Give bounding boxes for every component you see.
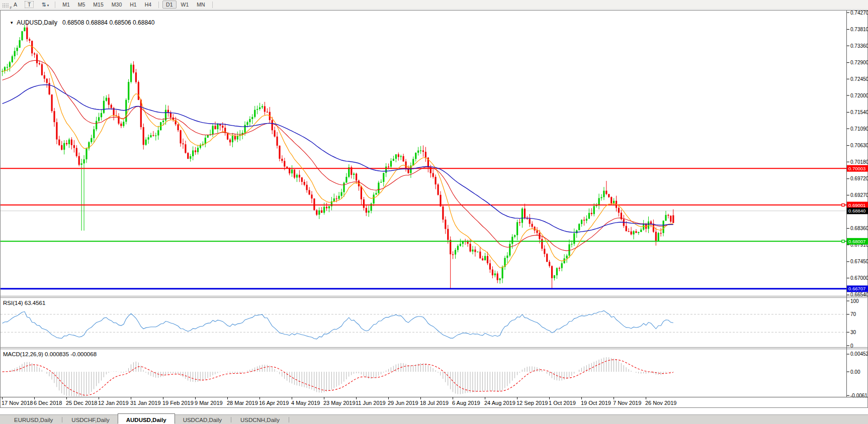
date-label: 29 Jun 2019 (388, 400, 418, 406)
tab-divider (289, 417, 289, 422)
price-tick-label: 0.70180 (850, 159, 868, 165)
chart-symbol: AUDUSD,Daily (17, 19, 57, 26)
macd-tick-label: -0.006122 (850, 393, 868, 398)
toolbar-separator (158, 2, 159, 8)
chart-ohlc: 0.68508 0.68884 0.68506 0.68840 (62, 19, 155, 26)
chart-canvas[interactable]: 0.742700.738100.733600.729000.724500.720… (0, 10, 868, 408)
tab-eurusd[interactable]: EURUSD,Daily (6, 415, 61, 424)
date-label: 11 Jun 2019 (356, 400, 386, 406)
date-label: 24 Aug 2019 (484, 400, 515, 406)
price-tick-label: 0.72900 (850, 60, 868, 65)
date-label: 19 Feb 2019 (162, 400, 194, 406)
rsi-tick-label: 30 (850, 330, 856, 335)
timeframe-buttons: M1M5M15M30H1H4D1W1MN (58, 1, 209, 9)
date-label: 26 Nov 2019 (645, 400, 676, 406)
price-badge-label: 0.66707 (848, 286, 865, 291)
macd-tick-label: 0.004528 (850, 351, 868, 357)
timeframe-button-w1[interactable]: W1 (178, 1, 193, 9)
macd-tick-label: 0.00 (850, 369, 860, 375)
date-label: 12 Jan 2019 (98, 400, 129, 406)
price-tick-label: 0.72450 (850, 76, 868, 82)
timeframe-button-m15[interactable]: M15 (90, 1, 107, 9)
date-label: 31 Jan 2019 (130, 400, 161, 406)
date-label: 28 Mar 2019 (227, 400, 258, 406)
timeframe-button-h1[interactable]: H1 (126, 1, 140, 9)
price-tick-label: 0.74270 (850, 10, 868, 15)
date-label: 4 May 2019 (291, 400, 320, 406)
timeframe-button-m1[interactable]: M1 (59, 1, 73, 9)
price-tick-label: 0.66540 (850, 292, 868, 297)
chart-background (0, 10, 868, 408)
line-endpoint-handle[interactable] (842, 240, 844, 243)
price-tick-label: 0.68360 (850, 226, 868, 231)
date-label: 1 Oct 2019 (549, 400, 576, 406)
timeframe-button-mn[interactable]: MN (193, 1, 208, 9)
price-badge-label: 0.69001 (848, 202, 865, 208)
price-badge-label: 0.68007 (848, 239, 865, 244)
date-label: 25 Dec 2018 (66, 400, 97, 406)
rsi-tick-label: 70 (850, 311, 856, 317)
price-tick-label: 0.67000 (850, 275, 868, 281)
tab-divider (231, 417, 231, 422)
text-tool-button[interactable]: T (25, 1, 34, 8)
timeframe-button-m30[interactable]: M30 (108, 1, 125, 9)
timeframe-button-h4[interactable]: H4 (141, 1, 155, 9)
date-label: 9 Mar 2019 (195, 400, 223, 406)
chart-title: ▼AUDUSD,Daily0.68508 0.68884 0.68506 0.6… (3, 12, 154, 33)
timeframe-button-d1[interactable]: D1 (162, 1, 176, 9)
rsi-tick-label: 100 (850, 298, 859, 304)
tab-usdchf[interactable]: USDCHF,Daily (63, 415, 117, 424)
date-label: 7 Nov 2019 (613, 400, 641, 406)
tab-usdcad[interactable]: USDCAD,Daily (175, 415, 230, 424)
line-endpoint-handle[interactable] (842, 204, 844, 206)
tab-audusd[interactable]: AUDUSD,Daily (118, 413, 175, 424)
top-toolbar: F A T ⇅▾ M1M5M15M30H1H4D1W1MN (0, 0, 868, 10)
price-tick-label: 0.73360 (850, 43, 868, 49)
price-tick-label: 0.71540 (850, 110, 868, 115)
date-label: 6 Aug 2019 (452, 400, 480, 406)
toolbar-separator (212, 2, 213, 8)
trading-terminal: F A T ⇅▾ M1M5M15M30H1H4D1W1MN ▼AUDUSD,Da… (0, 0, 868, 424)
symbol-tab-bar: EURUSD,DailyUSDCHF,DailyAUDUSD,DailyUSDC… (0, 414, 868, 424)
price-tick-label: 0.70630 (850, 143, 868, 148)
price-badge-label: 0.68840 (848, 208, 865, 214)
tab-usdcnh[interactable]: USDCNH,Daily (232, 415, 288, 424)
date-label: 17 Nov 2018 (2, 400, 33, 406)
date-label: 23 May 2019 (323, 400, 356, 406)
chevron-down-icon: ▾ (47, 4, 49, 7)
date-label: 6 Dec 2018 (34, 400, 62, 406)
rsi-indicator-label: RSI(14) 63.4561 (3, 300, 45, 306)
tab-divider (62, 417, 62, 422)
date-label: 16 Apr 2019 (259, 400, 289, 406)
cursor-mode-icon[interactable]: ⇅▾ (39, 2, 51, 8)
price-tick-label: 0.69270 (850, 192, 868, 198)
font-tool-button[interactable]: A (11, 2, 20, 8)
toolbar-grip-icon[interactable]: F (2, 3, 9, 8)
price-tick-label: 0.69720 (850, 176, 868, 181)
price-badge-label: 0.70003 (848, 166, 865, 171)
price-tick-label: 0.72000 (850, 93, 868, 98)
toolbar-separator (55, 2, 55, 8)
collapse-triangle-icon[interactable]: ▼ (10, 21, 14, 25)
date-label: 12 Sep 2019 (516, 400, 548, 406)
price-tick-label: 0.67450 (850, 259, 868, 264)
rsi-tick-label: 0 (850, 343, 853, 349)
timeframe-button-m5[interactable]: M5 (74, 1, 89, 9)
date-label: 18 Jul 2019 (420, 400, 449, 406)
macd-indicator-label: MACD(12,26,9) 0.000835 -0.000068 (3, 351, 97, 357)
date-label: 19 Oct 2019 (581, 400, 611, 406)
price-tick-label: 0.73810 (850, 27, 868, 32)
price-tick-label: 0.71090 (850, 126, 868, 132)
